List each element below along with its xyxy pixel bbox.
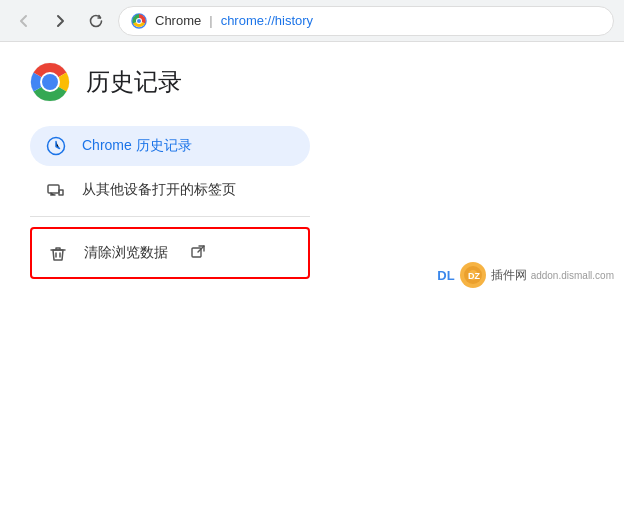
address-url: chrome://history bbox=[221, 13, 313, 28]
site-icon bbox=[131, 13, 147, 29]
page-title: 历史记录 bbox=[86, 66, 182, 98]
svg-rect-8 bbox=[48, 185, 59, 193]
sidebar-menu: Chrome 历史记录 从其他设备打开的标签页 bbox=[30, 126, 310, 279]
menu-item-clear-browsing[interactable]: 清除浏览数据 bbox=[32, 233, 308, 273]
page-header: 历史记录 bbox=[30, 62, 594, 102]
address-site-name: Chrome bbox=[155, 13, 201, 28]
menu-label-chrome-history: Chrome 历史记录 bbox=[82, 137, 192, 155]
menu-label-other-devices: 从其他设备打开的标签页 bbox=[82, 181, 236, 199]
forward-button[interactable] bbox=[46, 7, 74, 35]
svg-rect-11 bbox=[192, 248, 201, 257]
svg-point-6 bbox=[42, 74, 58, 90]
watermark-icon: DZ bbox=[459, 261, 487, 289]
menu-divider bbox=[30, 216, 310, 217]
menu-label-clear-browsing: 清除浏览数据 bbox=[84, 244, 168, 262]
address-separator: | bbox=[209, 13, 212, 28]
watermark-url: addon.dismall.com bbox=[531, 270, 614, 281]
watermark-logo: DL bbox=[437, 268, 454, 283]
trash-icon bbox=[48, 243, 68, 263]
chrome-logo-icon bbox=[30, 62, 70, 102]
watermark-text: 插件网 bbox=[491, 267, 527, 284]
svg-text:DZ: DZ bbox=[468, 271, 480, 281]
clock-icon bbox=[46, 136, 66, 156]
back-button[interactable] bbox=[10, 7, 38, 35]
address-bar[interactable]: Chrome | chrome://history bbox=[118, 6, 614, 36]
highlight-box: 清除浏览数据 bbox=[30, 227, 310, 279]
watermark: DL DZ 插件网 addon.dismall.com bbox=[437, 261, 614, 289]
external-link-icon bbox=[190, 244, 206, 263]
browser-toolbar: Chrome | chrome://history bbox=[0, 0, 624, 42]
menu-item-other-devices[interactable]: 从其他设备打开的标签页 bbox=[30, 170, 310, 210]
reload-button[interactable] bbox=[82, 7, 110, 35]
page-content: 历史记录 Chrome 历史记录 从其他设备打开的标签页 bbox=[0, 42, 624, 299]
devices-icon bbox=[46, 180, 66, 200]
svg-point-3 bbox=[137, 19, 141, 23]
menu-item-chrome-history[interactable]: Chrome 历史记录 bbox=[30, 126, 310, 166]
